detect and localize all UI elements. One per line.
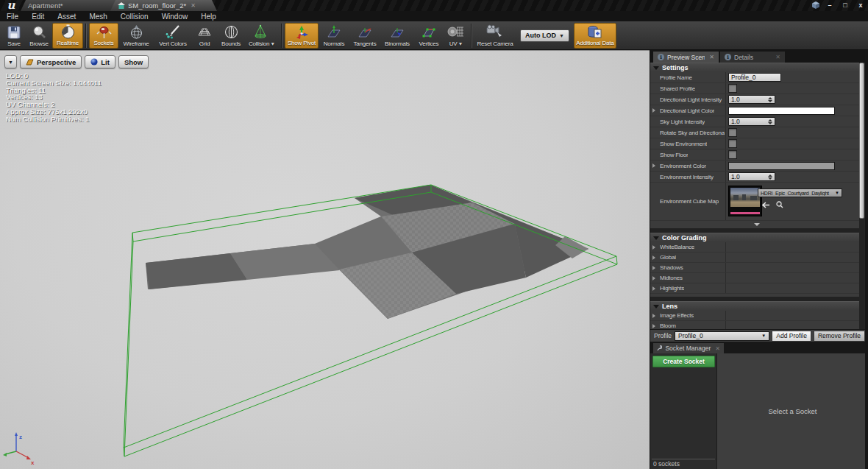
toolbar-separator [471,24,472,48]
environment-color-swatch[interactable] [728,162,835,170]
perspective-dropdown[interactable]: Perspective [20,55,82,68]
menu-edit[interactable]: Edit [25,13,51,21]
realtime-toggle[interactable]: Realtime [52,23,83,49]
expand-arrow-icon[interactable] [652,286,655,291]
shared-profile-checkbox[interactable] [728,84,737,93]
binormals-toggle[interactable]: Binormals [380,23,414,49]
menu-collision[interactable]: Collision [114,13,155,21]
directional-light-color-swatch[interactable] [728,107,835,115]
save-button[interactable]: Save [2,23,26,49]
expand-arrow-icon[interactable] [652,245,655,250]
tab-close-icon[interactable]: ✕ [715,345,720,352]
vertices-icon [421,24,437,40]
tab-close-icon[interactable]: ✕ [191,2,196,9]
tangents-toggle[interactable]: Tangents [349,23,380,49]
expand-arrow-icon[interactable] [652,314,655,318]
tab-preview-scene-settings[interactable]: i Preview Scene Sett ✕ [653,52,719,63]
menu-mesh[interactable]: Mesh [82,13,113,21]
scrollbar-thumb[interactable] [859,63,864,219]
show-dropdown[interactable]: Show [118,55,149,68]
tab-mesh-label: SM_room_floor_2* [128,1,186,10]
minimize-button[interactable]: – [824,1,836,10]
row-bloom[interactable]: Bloom [650,321,864,329]
remove-profile-button[interactable]: Remove Profile [814,331,865,342]
cube-map-asset-dropdown[interactable]: HDRI_Epic_Courtyard_Daylight ▼ [758,188,842,197]
reset-camera-button[interactable]: Reset Camera [474,23,516,49]
vert-colors-toggle[interactable]: Vert Colors [154,23,192,49]
expand-arrow-icon[interactable] [652,266,655,270]
menu-help[interactable]: Help [194,13,223,21]
menu-asset[interactable]: Asset [51,13,82,21]
settings-section-header[interactable]: Settings [650,63,864,72]
expand-arrow-icon[interactable] [652,276,655,281]
row-highlights[interactable]: Highlights [650,283,864,294]
spin-handle-icon[interactable] [767,96,772,103]
lens-section-header[interactable]: Lens [650,301,864,311]
tab-details[interactable]: i Details ✕ [720,52,785,63]
collision-dropdown-icon[interactable]: ▼ [270,41,275,46]
close-button[interactable]: x [855,1,867,10]
use-selected-arrow-icon[interactable] [762,202,770,208]
tab-close-icon[interactable]: ✕ [775,54,780,60]
tab-apartment[interactable]: Apartment* [21,0,124,11]
maximize-button[interactable]: □ [839,1,851,10]
expand-arrow-icon[interactable] [652,324,655,328]
uv-dropdown-icon[interactable]: ▼ [458,41,463,46]
color-grading-section-header[interactable]: Color Grading [650,233,864,242]
lit-mode-dropdown[interactable]: Lit [85,55,115,68]
axis-gizmo [3,432,31,459]
expand-arrow-icon[interactable] [652,163,655,168]
profile-name-input[interactable] [728,73,781,82]
collision-cone-icon [253,24,271,40]
profile-dropdown[interactable]: Profile_0 ▼ [675,331,769,341]
rotate-sky-checkbox[interactable] [728,128,737,137]
menu-window[interactable]: Window [155,13,195,21]
viewport-options-dropdown[interactable]: ▼ [4,55,17,68]
menu-file[interactable]: File [0,13,25,21]
wireframe-toggle[interactable]: Wireframe [118,23,154,49]
vertices-toggle[interactable]: Vertices [414,23,444,49]
viewport[interactable]: z x ▼ Perspective Lit Show LOD: 0 Curren… [0,50,650,469]
lit-sphere-icon [90,58,98,66]
show-environment-checkbox[interactable] [728,139,737,148]
advanced-expander[interactable] [650,221,864,228]
socket-list[interactable]: Create Socket 0 sockets [650,353,717,469]
tab-close-icon[interactable]: ✕ [709,54,714,60]
socket-gizmo-icon [96,24,112,40]
expand-arrow-icon[interactable] [652,255,655,260]
show-floor-checkbox[interactable] [728,150,737,159]
browse-button[interactable]: Browse [26,23,52,49]
toolbar-separator [281,24,282,48]
row-image-effects[interactable]: Image Effects [650,311,864,321]
binormals-icon [389,24,405,40]
grid-toggle[interactable]: Grid [192,23,217,49]
additional-data-toggle[interactable]: Additional Data [574,23,616,49]
tab-socket-manager[interactable]: Socket Manager ✕ [653,343,724,353]
browse-asset-icon[interactable] [776,201,783,208]
spin-handle-icon[interactable] [767,173,772,180]
hdri-preview-image [730,188,760,207]
show-pivot-toggle[interactable]: Show Pivot [285,23,319,49]
collision-toggle[interactable]: Collision▼ [245,23,279,49]
uv-toggle[interactable]: UV▼ [444,23,469,49]
socket-manager-tab-bar: Socket Manager ✕ [650,342,868,353]
cube-icon[interactable] [811,1,820,10]
row-global[interactable]: Global [650,253,864,263]
row-midtones[interactable]: Midtones [650,273,864,283]
socket-detail-area: Select a Socket [717,353,868,469]
normals-toggle[interactable]: Normals [319,23,349,49]
settings-scrollbar[interactable] [859,63,864,329]
bounds-toggle[interactable]: Bounds [217,23,245,49]
row-shadows[interactable]: Shadows [650,263,864,273]
asset-color-bar [730,212,760,214]
auto-lod-dropdown[interactable]: Auto LOD▼ [520,29,569,42]
add-profile-button[interactable]: Add Profile [772,331,811,342]
spin-handle-icon[interactable] [767,118,772,125]
toolbar: Save Browse Realtime Sockets Wireframe [0,21,868,50]
row-whitebalance[interactable]: WhiteBalance [650,242,864,253]
sockets-toggle[interactable]: Sockets [89,23,118,49]
tab-sm-room-floor[interactable]: SM_room_floor_2* ✕ [110,0,217,11]
create-socket-button[interactable]: Create Socket [652,356,715,367]
expand-arrow-icon[interactable] [652,108,655,113]
divider [652,459,715,459]
